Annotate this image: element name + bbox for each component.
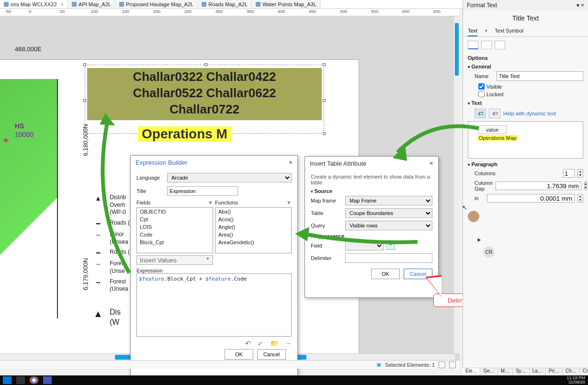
tab-api-map[interactable]: API Map_A2L [68,0,115,8]
tab-water-points[interactable]: Water Points Map_A3L [252,0,321,8]
bottom-tab[interactable]: Ele… [463,368,480,375]
dialog-titlebar[interactable]: Expression Builder × [131,156,297,169]
tab-close-icon[interactable]: × [61,1,64,7]
field-item[interactable]: OBJECTID [137,208,213,215]
field-item[interactable]: Code [137,231,213,238]
undo-icon[interactable]: ↶ [245,340,251,347]
text-value-area[interactable]: value Operations Map [468,121,583,159]
tag-group-icon[interactable]: 🏷 [489,109,500,118]
spinner-icon[interactable]: ▴▾ [577,169,583,178]
tag-icon[interactable]: 🏷 [475,109,486,118]
locked-checkbox[interactable] [478,91,485,97]
paragraph-section[interactable]: Paragraph [468,161,583,167]
title-text-element[interactable]: Challar0322 Challar0422 Challar0522 Chal… [85,65,324,134]
export-icon[interactable]: → [285,340,292,347]
field-item[interactable]: Block_Cpt [137,238,213,246]
source-section[interactable]: Source [311,188,432,194]
value-token[interactable]: value [478,125,507,134]
filter-icon[interactable]: ▼ [208,200,213,205]
query-select[interactable]: Visible rows [345,221,432,230]
name-input[interactable] [497,71,583,81]
function-item[interactable]: Acos() [215,215,291,223]
title-input[interactable] [167,186,238,196]
function-item[interactable]: AreaGeodetic() [215,238,291,246]
bottom-tab[interactable]: La… [530,368,546,375]
help-dynamic-text-link[interactable]: Help with dynamic text [503,111,556,116]
expression-button-icon[interactable]: ✕ [386,241,395,250]
table-select[interactable]: Coupe Boundaries [345,208,432,218]
insert-values-dropdown[interactable]: Insert Values ▼ [136,255,213,265]
tab-text[interactable]: Text [468,26,477,36]
general-section[interactable]: General [468,64,583,69]
resize-handle[interactable] [323,99,326,102]
open-icon[interactable]: 📁 [270,340,278,347]
hs-label: HS [15,122,24,130]
spinner-icon[interactable]: ▴▾ [584,181,587,190]
field-item[interactable]: LOIS [137,223,213,231]
search-icon[interactable] [16,376,25,384]
bottom-tab[interactable]: Sy… [513,368,530,375]
field-select[interactable] [345,241,384,250]
column-gap-input[interactable] [496,181,581,190]
close-icon[interactable]: × [289,159,293,166]
refresh-icon[interactable] [449,362,456,368]
frame-tab-icon[interactable] [495,41,505,49]
general-tab-icon[interactable] [468,41,478,49]
mapframe-select[interactable]: Map Frame [345,196,432,205]
panel-bottom-tabs: Ele… Ge… M… Sy… La… Pri… Ch… Cr… [463,368,588,375]
function-item[interactable]: Angle() [215,223,291,231]
resize-handle[interactable] [83,63,86,66]
text-section[interactable]: Text [468,100,583,106]
delimiter-input[interactable] [345,253,432,263]
chevron-down-icon[interactable]: ▼ [484,26,488,36]
teams-icon[interactable] [43,376,52,384]
resize-handle[interactable] [83,132,86,135]
scroll-thumb[interactable] [455,23,459,76]
placement-tab-icon[interactable] [481,41,492,49]
pane-close-icon[interactable]: × [581,2,584,9]
expression-textarea[interactable]: $feature.Block_Cpt + $feature.Code [136,273,292,337]
ok-button[interactable]: OK [371,269,400,279]
dialog-titlebar[interactable]: Insert Table Attribute × [305,157,438,170]
visible-checkbox[interactable] [478,83,485,90]
windows-taskbar: 11:18 PM31/08/20 [0,375,588,385]
pane-menu-icon[interactable]: ▾ [577,2,579,9]
dynamic-text-value: Challar0322 Challar0422 Challar0522 Chal… [87,68,322,120]
resize-handle[interactable] [83,99,86,102]
fields-listbox[interactable]: OBJECTID Cpt LOIS Code Block_Cpt [136,207,213,253]
selection-indicator-icon: ▣ [376,362,381,368]
resize-handle[interactable] [204,63,207,66]
spinner-icon[interactable]: ▴▾ [577,194,583,203]
bottom-tab[interactable]: M… [498,368,513,375]
resize-handle[interactable] [323,63,326,66]
bottom-tab[interactable]: Cr… [580,368,588,375]
filter-icon[interactable]: ▼ [286,200,292,205]
function-item[interactable]: Area() [215,231,291,238]
validate-icon[interactable]: ✓ [258,340,263,347]
system-clock[interactable]: 11:18 PM31/08/20 [566,376,585,385]
tab-roads-map[interactable]: Roads Map_A2L [198,0,252,8]
language-select[interactable]: Arcade [167,173,292,182]
cancel-button[interactable]: Cancel [257,349,286,360]
columns-input[interactable] [563,169,575,178]
resize-handle[interactable] [323,132,326,135]
ok-button[interactable]: OK [225,349,253,360]
tab-text-symbol[interactable]: Text Symbol [495,26,523,36]
pause-icon[interactable] [439,362,445,368]
selected-elements-label: Selected Elements: 1 [385,362,435,368]
bottom-tab[interactable]: Ch… [563,368,580,375]
appearance-section[interactable]: Appearance [311,233,432,239]
bottom-tab[interactable]: Pri… [546,368,563,375]
functions-listbox[interactable]: Abs() Acos() Angle() Area() AreaGeodetic… [215,207,292,253]
field-item[interactable]: Cpt [137,215,213,223]
title-label: Title [136,188,163,194]
start-button[interactable] [3,376,11,384]
coord-label-top: 468,000E [15,45,42,53]
bottom-tab[interactable]: Ge… [480,368,498,375]
tab-operations-map[interactable]: ons Map WCLXX22× [0,0,68,8]
tab-proposed-haulage[interactable]: Proposed Haulage Map_A2L [115,0,198,8]
function-item[interactable]: Abs() [215,208,291,215]
chrome-icon[interactable] [30,376,38,384]
margin-input[interactable] [487,194,575,203]
close-icon[interactable]: × [430,159,433,167]
